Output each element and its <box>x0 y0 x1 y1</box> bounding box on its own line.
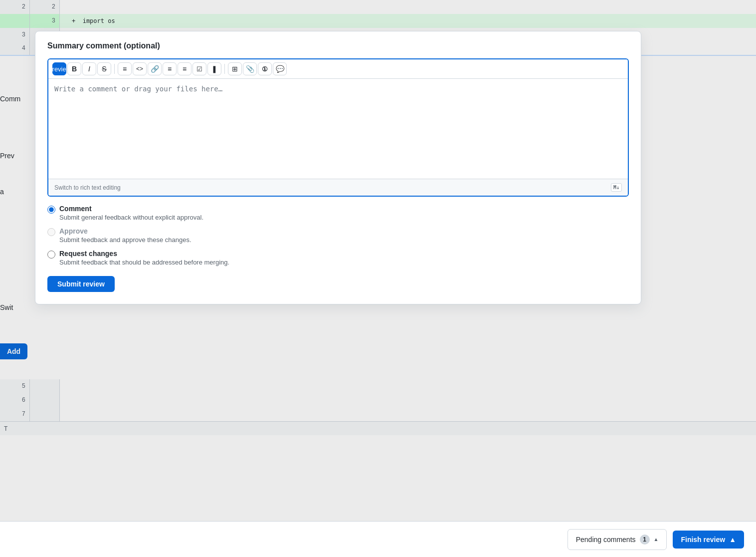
table-button[interactable]: ⊞ <box>228 62 242 75</box>
bold-button[interactable]: B <box>67 62 81 75</box>
mention-button[interactable]: 💬 <box>273 62 287 75</box>
comment-description: Submit general feedback without explicit… <box>59 214 203 221</box>
editor-toolbar: Preview B I S ≡ <> 🔗 ≡ ≡ ☑ ❚ ⊞ 📎 ① 💬 <box>48 59 628 79</box>
ordered-list-button[interactable]: ≡ <box>178 62 191 75</box>
unordered-list-button[interactable]: ≡ <box>163 62 177 75</box>
finish-review-label: Finish review <box>681 536 725 544</box>
code-button[interactable]: <> <box>133 62 147 75</box>
ref-button[interactable]: ① <box>258 62 272 75</box>
toolbar-divider-1 <box>114 64 115 74</box>
approve-radio[interactable] <box>47 228 55 236</box>
request-changes-radio[interactable] <box>47 251 55 259</box>
review-options: Comment Submit general feedback without … <box>47 205 629 266</box>
heading-button[interactable]: ≡ <box>118 62 132 75</box>
review-modal: Summary comment (optional) Preview B I S… <box>35 31 641 304</box>
markdown-icon: M↓ <box>611 183 622 192</box>
strikethrough-button[interactable]: S <box>97 62 111 75</box>
approve-option[interactable]: Approve Submit feedback and approve thes… <box>47 227 629 244</box>
editor-footer: Switch to rich text editing M↓ <box>48 179 628 196</box>
comment-option[interactable]: Comment Submit general feedback without … <box>47 205 629 221</box>
modal-title: Summary comment (optional) <box>47 41 629 50</box>
pending-count-badge: 1 <box>640 535 650 545</box>
editor-placeholder: Write a comment or drag your files here… <box>54 85 222 93</box>
task-list-button[interactable]: ☑ <box>192 62 206 75</box>
comment-label: Comment <box>59 205 203 213</box>
editor-container: Preview B I S ≡ <> 🔗 ≡ ≡ ☑ ❚ ⊞ 📎 ① 💬 Wri… <box>47 58 629 197</box>
pending-comments-button[interactable]: Pending comments 1 ▲ <box>567 529 667 550</box>
request-changes-description: Submit feedback that should be addressed… <box>59 259 229 266</box>
editor-body[interactable]: Write a comment or drag your files here… <box>48 79 628 179</box>
pending-chevron-icon: ▲ <box>654 537 659 542</box>
approve-label: Approve <box>59 227 191 235</box>
approve-description: Submit feedback and approve these change… <box>59 236 191 244</box>
pending-comments-label: Pending comments <box>576 536 636 544</box>
toolbar-divider-2 <box>224 64 225 74</box>
preview-button[interactable]: Preview <box>52 62 66 75</box>
finish-review-chevron-icon: ▲ <box>729 536 736 544</box>
blockquote-button[interactable]: ❚ <box>207 62 221 75</box>
request-changes-label: Request changes <box>59 250 229 258</box>
finish-review-button[interactable]: Finish review ▲ <box>673 531 744 549</box>
bottom-bar: Pending comments 1 ▲ Finish review ▲ <box>0 521 756 557</box>
switch-to-rich-text[interactable]: Switch to rich text editing <box>54 184 121 191</box>
submit-review-button[interactable]: Submit review <box>47 276 115 292</box>
request-changes-option[interactable]: Request changes Submit feedback that sho… <box>47 250 629 266</box>
link-button[interactable]: 🔗 <box>148 62 162 75</box>
attach-button[interactable]: 📎 <box>243 62 257 75</box>
italic-button[interactable]: I <box>82 62 96 75</box>
comment-radio[interactable] <box>47 206 55 214</box>
